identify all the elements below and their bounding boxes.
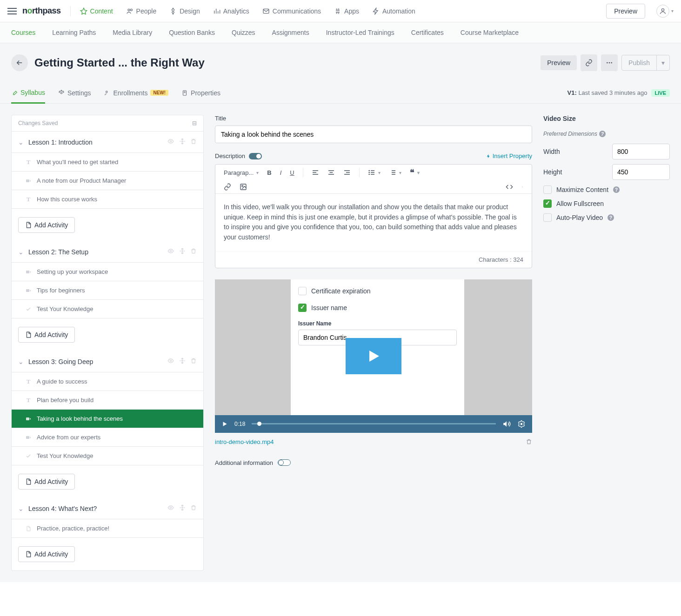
help-icon[interactable]: ?	[613, 186, 620, 193]
activity-item[interactable]: Setting up your workspace	[12, 263, 203, 281]
publish-caret[interactable]: ▾	[656, 55, 669, 70]
insert-property-link[interactable]: Insert Property	[486, 152, 532, 159]
visibility-icon[interactable]	[167, 504, 174, 512]
code-view-button[interactable]	[506, 183, 513, 191]
delete-icon[interactable]	[190, 504, 197, 512]
bullet-list-button[interactable]	[368, 169, 381, 176]
activity-item[interactable]: Test Your Knowledge	[12, 447, 203, 465]
drag-icon[interactable]	[179, 358, 186, 365]
activity-item[interactable]: How this course works	[12, 190, 203, 209]
title-input[interactable]	[215, 126, 532, 143]
activity-item[interactable]: Plan before you build	[12, 391, 203, 410]
subnav-ilt[interactable]: Instructor-Led Trainings	[326, 29, 394, 36]
visibility-icon[interactable]	[167, 138, 174, 146]
user-menu[interactable]: ▾	[656, 5, 674, 18]
subnav-quizzes[interactable]: Quizzes	[232, 29, 255, 36]
tab-syllabus[interactable]: Syllabus	[11, 83, 45, 104]
image-insert-button[interactable]	[240, 183, 247, 191]
nav-apps[interactable]: Apps	[334, 7, 359, 15]
delete-icon[interactable]	[190, 358, 197, 365]
transport-play-icon[interactable]	[221, 421, 228, 427]
lesson-header[interactable]: ⌄Lesson 1: Introduction	[12, 132, 203, 153]
drag-icon[interactable]	[179, 248, 186, 256]
add-activity-button[interactable]: Add Activity	[18, 546, 75, 562]
additional-info-toggle[interactable]	[278, 459, 291, 466]
course-preview-button[interactable]: Preview	[541, 55, 577, 70]
subnav-media-library[interactable]: Media Library	[113, 29, 152, 36]
nav-content[interactable]: Content	[80, 7, 113, 15]
nav-analytics[interactable]: Analytics	[213, 7, 249, 15]
tab-properties[interactable]: Properties	[181, 82, 220, 103]
preview-button[interactable]: Preview	[606, 4, 645, 19]
video-play-button[interactable]	[346, 338, 401, 374]
align-center-button[interactable]	[327, 169, 335, 176]
width-input[interactable]	[612, 144, 670, 159]
subnav-question-banks[interactable]: Question Banks	[169, 29, 215, 36]
activity-item[interactable]: Taking a look behind the scenes	[12, 410, 203, 428]
video-filename[interactable]: intro-demo-video.mp4	[215, 438, 274, 446]
drag-icon[interactable]	[179, 504, 186, 512]
align-left-button[interactable]	[312, 169, 319, 176]
cert-expiration-checkbox[interactable]	[298, 287, 307, 295]
subnav-courses[interactable]: Courses	[11, 29, 35, 36]
subnav-certificates[interactable]: Certificates	[411, 29, 444, 36]
nav-design[interactable]: Design	[169, 7, 200, 15]
visibility-icon[interactable]	[167, 358, 174, 365]
height-input[interactable]	[612, 164, 670, 180]
activity-item[interactable]: What you'll need to get started	[12, 153, 203, 172]
help-icon[interactable]: ?	[599, 131, 606, 137]
collapse-icon[interactable]: ⊟	[192, 120, 197, 126]
delete-icon[interactable]	[190, 138, 197, 146]
issuer-name-checkbox[interactable]	[298, 304, 307, 312]
back-button[interactable]	[11, 54, 28, 71]
delete-icon[interactable]	[190, 248, 197, 256]
activity-item[interactable]: Tips for beginners	[12, 281, 203, 300]
add-activity-button[interactable]: Add Activity	[18, 327, 75, 343]
activity-item[interactable]: A note from our Product Manager	[12, 172, 203, 190]
align-right-button[interactable]	[343, 169, 351, 176]
allow-fullscreen-checkbox[interactable]	[543, 199, 552, 208]
add-activity-button[interactable]: Add Activity	[18, 474, 75, 490]
help-icon[interactable]: ?	[608, 214, 614, 221]
tab-settings[interactable]: Settings	[58, 82, 91, 103]
activity-item[interactable]: Advice from our experts	[12, 428, 203, 447]
subnav-learning-paths[interactable]: Learning Paths	[52, 29, 96, 36]
nav-communications[interactable]: Communications	[262, 7, 321, 15]
volume-icon[interactable]	[502, 420, 511, 428]
italic-button[interactable]: I	[280, 169, 282, 176]
hamburger-icon[interactable]	[7, 6, 17, 16]
visibility-icon[interactable]	[167, 248, 174, 256]
video-delete-button[interactable]	[526, 438, 532, 446]
editor-more-button[interactable]	[521, 183, 523, 191]
link-insert-button[interactable]	[224, 183, 231, 191]
more-button[interactable]	[601, 54, 618, 71]
lesson-header[interactable]: ⌄Lesson 3: Going Deep	[12, 351, 203, 372]
add-activity-button[interactable]: Add Activity	[18, 217, 75, 233]
autoplay-checkbox[interactable]	[543, 213, 552, 222]
number-list-button[interactable]	[389, 169, 401, 176]
bold-button[interactable]: B	[267, 169, 271, 176]
quote-button[interactable]: ❝	[410, 167, 420, 178]
video-scrubber[interactable]	[252, 423, 496, 424]
underline-button[interactable]: U	[290, 169, 294, 176]
paragraph-dropdown[interactable]: Paragrap...	[224, 169, 259, 176]
activity-item[interactable]: Test Your Knowledge	[12, 300, 203, 318]
activity-item[interactable]: Practice, practice, practice!	[12, 519, 203, 538]
description-toggle[interactable]	[249, 153, 262, 159]
maximize-content-checkbox[interactable]	[543, 185, 552, 194]
activity-item[interactable]: A guide to success	[12, 372, 203, 391]
video-transport[interactable]: 0:18	[215, 415, 532, 433]
video-settings-icon[interactable]	[517, 420, 526, 428]
nav-automation[interactable]: Automation	[372, 7, 415, 15]
editor-body[interactable]: In this video, we'll walk you through ou…	[215, 194, 532, 251]
lesson-header[interactable]: ⌄Lesson 4: What's Next?	[12, 498, 203, 519]
subnav-assignments[interactable]: Assignments	[272, 29, 309, 36]
tab-enrollments[interactable]: EnrollmentsNEW!	[104, 82, 169, 103]
drag-icon[interactable]	[179, 138, 186, 146]
link-button[interactable]	[581, 54, 597, 71]
subnav-marketplace[interactable]: Course Marketplace	[461, 29, 519, 36]
lesson-header[interactable]: ⌄Lesson 2: The Setup	[12, 241, 203, 263]
brand-logo[interactable]: northpass	[22, 6, 61, 16]
publish-button[interactable]: Publish ▾	[621, 55, 670, 71]
nav-people[interactable]: People	[126, 7, 157, 15]
